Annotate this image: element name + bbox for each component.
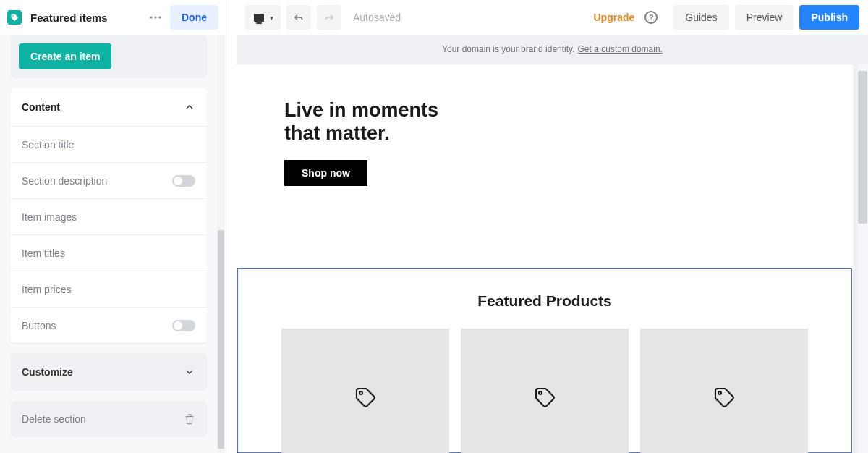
content-row-label: Item images [22,211,77,223]
hero-heading: Live in moments that matter. [284,98,472,145]
product-card[interactable] [640,329,808,453]
product-card[interactable] [461,329,629,453]
delete-section-label: Delete section [22,413,86,425]
publish-button[interactable]: Publish [799,5,859,30]
featured-products-title: Featured Products [238,292,851,310]
done-button[interactable]: Done [170,5,218,30]
autosave-status: Autosaved [353,12,401,23]
svg-point-4 [539,391,542,394]
section-description-toggle[interactable] [172,175,195,187]
domain-banner-link[interactable]: Get a custom domain. [578,44,663,54]
svg-point-5 [718,391,721,394]
editor-canvas: Your domain is your brand identity. Get … [237,35,868,453]
content-row-item-prices[interactable]: Item prices [10,271,207,307]
trash-icon [184,412,195,426]
site-preview[interactable]: Live in moments that matter. Shop now Fe… [237,64,853,453]
create-item-button[interactable]: Create an item [19,43,111,69]
svg-point-0 [150,16,152,18]
svg-point-2 [158,16,161,18]
customize-section-header[interactable]: Customize [10,353,207,391]
svg-point-1 [154,16,156,18]
device-preview-button[interactable]: ▾ [245,5,281,30]
redo-icon [323,12,335,22]
delete-section-button[interactable]: Delete section [10,401,207,437]
desktop-icon [254,14,264,22]
shop-now-button[interactable]: Shop now [284,160,367,186]
content-row-label: Section description [22,175,107,187]
create-item-card: Create an item [10,35,207,78]
content-row-section-title[interactable]: Section title [10,126,207,162]
content-row-item-titles[interactable]: Item titles [10,234,207,271]
content-row-section-description[interactable]: Section description [10,162,207,198]
content-row-label: Section title [22,139,74,151]
buttons-toggle[interactable] [172,320,195,331]
content-section: Content Section title Section descriptio… [10,88,207,343]
upgrade-link[interactable]: Upgrade [593,12,634,23]
preview-button[interactable]: Preview [735,5,794,30]
content-section-title: Content [22,101,60,113]
settings-sidebar: Create an item Content Section title Sec… [0,35,217,453]
content-row-label: Item titles [22,247,65,259]
sidebar-scrollbar-thumb[interactable] [218,230,224,449]
tag-icon [712,386,736,409]
app-logo [7,10,22,25]
tag-icon [354,386,377,409]
undo-icon [293,12,305,22]
content-row-item-images[interactable]: Item images [10,198,207,234]
customize-section: Customize [10,353,207,391]
domain-banner: Your domain is your brand identity. Get … [237,35,868,64]
tag-icon [10,13,19,22]
more-horizontal-icon [150,16,161,19]
content-row-label: Item prices [22,284,71,295]
content-section-header[interactable]: Content [10,88,207,126]
redo-button[interactable] [317,5,341,30]
chevron-up-icon [184,101,195,113]
more-options-button[interactable] [145,7,166,27]
content-row-buttons[interactable]: Buttons [10,307,207,343]
undo-button[interactable] [286,5,311,30]
panel-divider [226,0,237,453]
svg-point-3 [359,391,362,394]
help-button[interactable]: ? [644,11,658,24]
canvas-scrollbar-thumb[interactable] [858,71,867,224]
editor-toolbar: ▾ Autosaved Upgrade ? Guides Preview Pub… [237,0,868,35]
guides-button[interactable]: Guides [673,5,728,30]
caret-down-icon: ▾ [270,14,273,22]
product-grid [238,329,851,453]
customize-section-title: Customize [22,366,73,378]
panel-header: Featured items Done [0,0,226,35]
panel-title: Featured items [30,12,145,24]
product-card[interactable] [281,329,449,453]
domain-banner-text: Your domain is your brand identity. [442,44,574,54]
tag-icon [533,386,556,409]
content-row-label: Buttons [22,320,56,331]
featured-products-section[interactable]: Featured Products [237,268,852,453]
chevron-down-icon [184,366,195,378]
